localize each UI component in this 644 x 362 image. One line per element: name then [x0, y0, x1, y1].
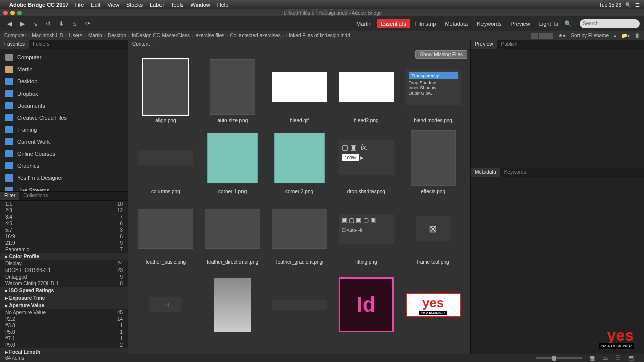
- refresh-icon[interactable]: ⟳: [83, 19, 93, 28]
- tab-collections[interactable]: Collections: [19, 192, 52, 200]
- filter-row[interactable]: Untagged9: [0, 274, 128, 280]
- search-icon[interactable]: 🔍: [562, 19, 573, 28]
- path-segment[interactable]: Computer: [4, 33, 26, 38]
- path-segment[interactable]: Macintosh HD: [32, 33, 63, 38]
- app-name[interactable]: Adobe Bridge CC 2017: [9, 2, 69, 8]
- menu-label[interactable]: Label: [150, 2, 164, 8]
- sidebar-item-live-streams[interactable]: Live Streams: [0, 184, 128, 191]
- thumbnail[interactable]: bleed2.png: [335, 59, 397, 123]
- thumbnail[interactable]: ▢ ▣ fx.100% ▶drop shadow.png: [335, 130, 397, 194]
- filter-row[interactable]: 21:99: [0, 240, 128, 246]
- path-segment[interactable]: Martin: [88, 33, 102, 38]
- sidebar-item-creative-cloud-files[interactable]: Creative Cloud Files: [0, 112, 128, 124]
- thumbnail[interactable]: auto-size.png: [201, 59, 264, 123]
- filter-row[interactable]: No Aperture Value45: [0, 309, 128, 316]
- thumbnail[interactable]: corner 2.png: [268, 130, 331, 194]
- filter-row[interactable]: 1:110: [0, 201, 128, 207]
- sort-asc-icon[interactable]: ▴: [614, 33, 616, 38]
- filter-row[interactable]: 4:56: [0, 220, 128, 227]
- close-icon[interactable]: [3, 11, 8, 15]
- trash-icon[interactable]: 🗑: [635, 33, 640, 38]
- path-segment[interactable]: Desktop: [108, 33, 126, 38]
- sidebar-item-dropbox[interactable]: Dropbox: [0, 87, 128, 100]
- path-segment[interactable]: Users: [69, 33, 82, 38]
- path-segment[interactable]: Collectected exercises: [230, 33, 281, 38]
- workspace-preview[interactable]: Preview: [507, 19, 534, 28]
- thumbnail[interactable]: yesI'M A DESIGNER: [401, 272, 464, 342]
- forward-button[interactable]: ▶: [17, 19, 27, 28]
- thumbnail[interactable]: feather_directional.png: [201, 201, 264, 265]
- thumbnail[interactable]: Id: [335, 272, 397, 342]
- workspace-metadata[interactable]: Metadata: [441, 19, 472, 28]
- filter-row[interactable]: Panoramic7: [0, 246, 128, 253]
- boomerang-icon[interactable]: ↺: [43, 19, 53, 28]
- detail-view-icon[interactable]: ▤: [626, 354, 636, 363]
- filter-row[interactable]: 5:73: [0, 227, 128, 233]
- path-segment[interactable]: Linked Files of Indesign.indd: [286, 33, 350, 38]
- filter-heading[interactable]: ▸ ISO Speed Ratings: [0, 287, 128, 294]
- show-missing-button[interactable]: Show Missing Files: [415, 50, 467, 59]
- filter-row[interactable]: 2:312: [0, 207, 128, 214]
- thumbnail[interactable]: Transparency...Drop Shadow...Inner Shado…: [401, 59, 464, 123]
- workspace-keywords[interactable]: Keywords: [473, 19, 505, 28]
- zoom-icon[interactable]: [17, 11, 22, 15]
- menu-view[interactable]: View: [107, 2, 119, 8]
- thumbnail[interactable]: [268, 272, 331, 342]
- menu-icon[interactable]: ☰: [635, 2, 640, 8]
- tab-content[interactable]: Content: [128, 40, 154, 49]
- sidebar-item-graphics[interactable]: Graphics: [0, 160, 128, 172]
- camera-icon[interactable]: ⌂: [69, 19, 79, 28]
- minimize-icon[interactable]: [10, 11, 15, 15]
- thumbnail-size-slider[interactable]: [536, 357, 582, 359]
- filter-heading[interactable]: ▸ Exposure Time: [0, 294, 128, 302]
- sidebar-item-current-work[interactable]: Current Work: [0, 136, 128, 148]
- back-button[interactable]: ◀: [4, 19, 14, 28]
- workspace-essentials[interactable]: Essentials: [377, 19, 410, 28]
- filter-row[interactable]: f/9.02: [0, 342, 128, 348]
- view-mode-buttons[interactable]: [531, 33, 553, 39]
- lock-view-icon[interactable]: ▭: [600, 354, 610, 363]
- workspace-light ta[interactable]: Light Ta: [535, 19, 562, 28]
- tab-preview[interactable]: Preview: [471, 40, 497, 49]
- workspace-filmstrip[interactable]: Filmstrip: [411, 19, 440, 28]
- menu-file[interactable]: File: [75, 2, 84, 8]
- menu-edit[interactable]: Edit: [91, 2, 100, 8]
- filter-row[interactable]: f/5.01: [0, 329, 128, 335]
- thumbnail[interactable]: |↔|: [134, 272, 197, 342]
- search-input[interactable]: Search: [580, 19, 640, 28]
- sidebar-item-martin[interactable]: Martin: [0, 63, 128, 75]
- thumbnail[interactable]: align.png: [134, 59, 197, 123]
- sidebar-item-desktop[interactable]: Desktop: [0, 75, 128, 87]
- tab-favorites[interactable]: Favorites: [0, 40, 29, 49]
- path-segment[interactable]: exercise files: [195, 33, 224, 38]
- thumbnail[interactable]: corner 1.png: [201, 130, 264, 194]
- sidebar-item-online-courses[interactable]: Online Courses: [0, 148, 128, 160]
- filter-row[interactable]: Wacom Cintiq 27QHD-18: [0, 280, 128, 287]
- thumbnail[interactable]: ▣ ▢ ▣ ▢ ▣☐ Auto-Fitfitting.png: [335, 201, 397, 265]
- sidebar-item-yes-i'm-a-designer[interactable]: Yes I'm a Designer: [0, 172, 128, 184]
- thumbnail[interactable]: columns.png: [134, 130, 197, 194]
- thumbnail[interactable]: [201, 272, 264, 342]
- thumbnail[interactable]: ⊠frame tool.png: [401, 201, 464, 265]
- thumbnail[interactable]: feather_gradient.png: [268, 201, 331, 265]
- sort-dropdown[interactable]: Sort by Filename: [571, 33, 609, 38]
- menu-window[interactable]: Window: [191, 2, 210, 8]
- new-folder-icon[interactable]: 📁▾: [621, 33, 630, 38]
- tab-metadata[interactable]: Metadata: [471, 168, 500, 177]
- sidebar-item-training[interactable]: Training: [0, 124, 128, 136]
- list-view-icon[interactable]: ☰: [613, 354, 623, 363]
- thumbnail[interactable]: effects.png: [401, 130, 464, 194]
- tab-keywords[interactable]: Keywords: [500, 168, 530, 177]
- filter-heading[interactable]: ▸ Color Profile: [0, 253, 128, 260]
- sidebar-item-documents[interactable]: Documents: [0, 100, 128, 112]
- tab-folders[interactable]: Folders: [29, 40, 53, 49]
- download-icon[interactable]: ⬇: [56, 19, 66, 28]
- filter-row[interactable]: Display24: [0, 260, 128, 267]
- filter-row[interactable]: f/7.11: [0, 335, 128, 342]
- filter-heading[interactable]: ▸ Focal Length: [0, 348, 128, 354]
- grid-view-icon[interactable]: ▦: [587, 354, 597, 363]
- path-segment[interactable]: InDesign CC MasterClass: [132, 33, 190, 38]
- filter-row[interactable]: 16:96: [0, 233, 128, 240]
- workspace-martin[interactable]: Martin: [352, 19, 376, 28]
- filter-row[interactable]: f/3.81: [0, 322, 128, 329]
